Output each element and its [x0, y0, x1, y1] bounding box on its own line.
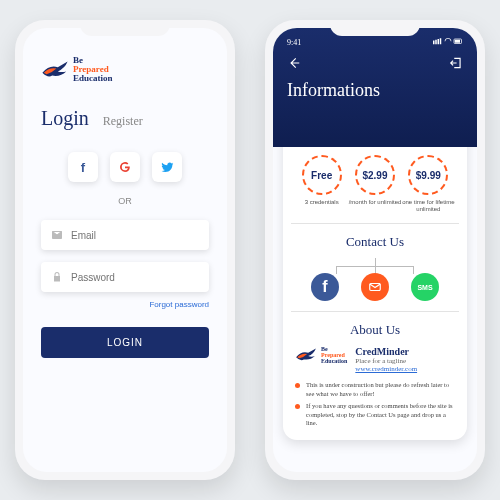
email-field[interactable]	[41, 220, 209, 250]
lock-icon	[51, 271, 63, 283]
facebook-button[interactable]: f	[68, 152, 98, 182]
contact-title: Contact Us	[295, 234, 455, 250]
page-title: Informations	[287, 80, 463, 101]
info-header: 9:41 Informations	[273, 28, 477, 147]
google-icon	[118, 160, 132, 174]
back-icon[interactable]	[287, 56, 301, 70]
password-field[interactable]	[41, 262, 209, 292]
price-option-monthly[interactable]: $2.99 /month for unlimited	[348, 155, 401, 213]
about-link[interactable]: www.credminder.com	[355, 365, 417, 373]
about-title: About Us	[295, 322, 455, 338]
tab-register[interactable]: Register	[103, 114, 143, 129]
svg-rect-1	[435, 40, 437, 45]
price-label: Free	[302, 155, 342, 195]
brand-logo-small: Be Prepared Education	[295, 346, 347, 364]
price-option-lifetime[interactable]: $9.99 one time for lifetime unlimited	[402, 155, 455, 213]
divider	[291, 311, 459, 312]
google-button[interactable]	[110, 152, 140, 182]
twitter-button[interactable]	[152, 152, 182, 182]
social-login-row: f	[41, 152, 209, 182]
exit-icon[interactable]	[449, 56, 463, 70]
about-row: Be Prepared Education CredMinder Place f…	[295, 346, 455, 373]
about-bullets: This is under construction but please do…	[295, 381, 455, 427]
contact-tree: f SMS	[295, 258, 455, 301]
mail-icon	[51, 229, 63, 241]
phone-login: Be Prepared Education Login Register f O…	[15, 20, 235, 480]
brand-logo: Be Prepared Education	[41, 56, 209, 83]
contact-facebook[interactable]: f	[311, 273, 339, 301]
auth-tabs: Login Register	[41, 107, 209, 130]
price-desc: one time for lifetime unlimited	[402, 199, 455, 213]
bird-icon	[295, 347, 317, 363]
status-time: 9:41	[287, 38, 301, 48]
notch	[330, 20, 420, 36]
svg-rect-0	[433, 41, 435, 45]
price-label: $2.99	[355, 155, 395, 195]
tab-login[interactable]: Login	[41, 107, 89, 130]
bird-icon	[41, 60, 69, 80]
forgot-password-link[interactable]: Forgot password	[41, 300, 209, 309]
price-desc: /month for unlimited	[348, 199, 401, 206]
status-bar: 9:41	[287, 38, 463, 48]
svg-rect-2	[438, 39, 440, 44]
contact-sms[interactable]: SMS	[411, 273, 439, 301]
password-input[interactable]	[71, 272, 199, 283]
about-tagline: Place for a tagline	[355, 357, 417, 365]
price-option-free[interactable]: Free 3 credentials	[295, 155, 348, 213]
svg-rect-5	[455, 40, 460, 43]
contact-email[interactable]	[361, 273, 389, 301]
bullet-item: This is under construction but please do…	[295, 381, 455, 398]
status-icons	[433, 38, 463, 48]
bullet-item: If you have any questions or comments be…	[295, 402, 455, 427]
info-screen: 9:41 Informations In App Purchases Free …	[273, 28, 477, 472]
divider	[291, 223, 459, 224]
nav-bar	[287, 56, 463, 70]
login-screen: Be Prepared Education Login Register f O…	[23, 28, 227, 472]
price-desc: 3 credentials	[295, 199, 348, 206]
about-name: CredMinder	[355, 346, 417, 357]
or-divider: OR	[41, 196, 209, 206]
mail-icon	[368, 280, 382, 294]
email-input[interactable]	[71, 230, 199, 241]
price-row: Free 3 credentials $2.99 /month for unli…	[295, 155, 455, 213]
twitter-icon	[161, 161, 174, 174]
brand-line3: Education	[73, 74, 113, 83]
info-card: In App Purchases Free 3 credentials $2.9…	[283, 119, 467, 440]
login-button[interactable]: LOGIN	[41, 327, 209, 358]
price-label: $9.99	[408, 155, 448, 195]
svg-rect-3	[440, 38, 442, 44]
phone-info: 9:41 Informations In App Purchases Free …	[265, 20, 485, 480]
notch	[80, 20, 170, 36]
